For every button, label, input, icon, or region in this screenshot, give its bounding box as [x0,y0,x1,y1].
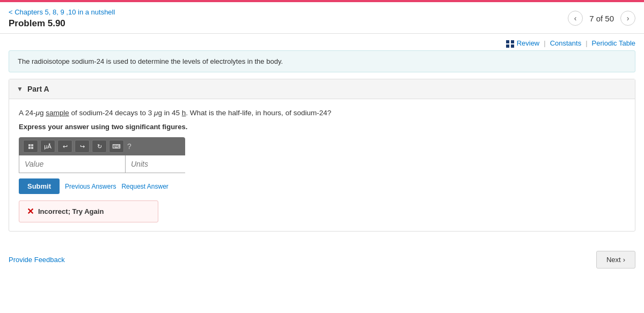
keyboard-button[interactable]: ⌨ [109,140,124,153]
prev-problem-button[interactable]: ‹ [568,11,583,26]
redo-button[interactable]: ↪ [75,140,90,153]
page-header: < Chapters 5, 8, 9 ,10 in a nutshell Pro… [0,2,644,34]
problem-title: Problem 5.90 [9,18,115,29]
h-underline: h [182,109,186,117]
next-label: Next [606,256,621,264]
header-right: ‹ 7 of 50 › [568,11,635,26]
mu-symbol-2: μ [154,109,158,117]
grid-button[interactable] [23,140,38,153]
review-link[interactable]: Review [517,39,540,47]
mu-angstrom-label: μÅ [44,143,52,150]
part-a-header[interactable]: ▼ Part A [9,79,635,99]
back-link[interactable]: < Chapters 5, 8, 9 ,10 in a nutshell [9,8,115,16]
part-a-body: A 24-μg sample of sodium-24 decays to 3 … [9,99,635,231]
question-text: A 24-μg sample of sodium-24 decays to 3 … [19,108,625,118]
separator-2: | [586,39,587,47]
sample-underline: sample [46,109,69,117]
refresh-icon: ↻ [97,143,102,150]
previous-answers-link[interactable]: Previous Answers [65,183,116,190]
collapse-arrow-icon: ▼ [17,85,23,93]
next-button[interactable]: Next › [596,251,635,269]
undo-button[interactable]: ↩ [57,140,72,153]
answer-inputs [19,155,185,173]
provide-feedback-link[interactable]: Provide Feedback [9,256,65,264]
keyboard-icon: ⌨ [112,143,121,150]
review-icon [506,40,515,47]
submit-button[interactable]: Submit [19,178,60,194]
action-row: Submit Previous Answers Request Answer [19,178,625,194]
instruction-text: Express your answer using two significan… [19,123,625,131]
answer-toolbar: μÅ ↩ ↪ ↻ ⌨ ? [19,137,185,155]
units-input[interactable] [126,155,231,173]
next-arrow-icon: › [623,256,625,264]
mu-angstrom-button[interactable]: μÅ [40,140,55,153]
grid-icon [28,144,33,149]
undo-icon: ↩ [63,143,68,150]
part-a-section: ▼ Part A A 24-μg sample of sodium-24 dec… [9,79,635,232]
redo-icon: ↪ [80,143,85,150]
periodic-table-link[interactable]: Periodic Table [592,39,635,47]
constants-link[interactable]: Constants [550,39,582,47]
review-link-item[interactable]: Review [506,39,540,47]
part-a-title: Part A [27,85,49,93]
header-left: < Chapters 5, 8, 9 ,10 in a nutshell Pro… [9,8,115,29]
mu-symbol: μ [36,109,40,117]
page-count: 7 of 50 [589,14,614,23]
info-box-text: The radioisotope sodium-24 is used to de… [18,57,283,65]
refresh-button[interactable]: ↻ [92,140,107,153]
separator-1: | [544,39,545,47]
error-text: Incorrect; Try Again [38,207,104,215]
next-problem-button[interactable]: › [620,11,635,26]
error-box: ✕ Incorrect; Try Again [19,200,158,222]
info-box: The radioisotope sodium-24 is used to de… [9,50,635,72]
error-icon: ✕ [27,206,34,217]
top-links-bar: Review | Constants | Periodic Table [0,34,644,50]
request-answer-link[interactable]: Request Answer [121,183,168,190]
value-input[interactable] [19,155,126,173]
help-icon[interactable]: ? [127,142,131,151]
page-footer: Provide Feedback Next › [0,242,644,277]
